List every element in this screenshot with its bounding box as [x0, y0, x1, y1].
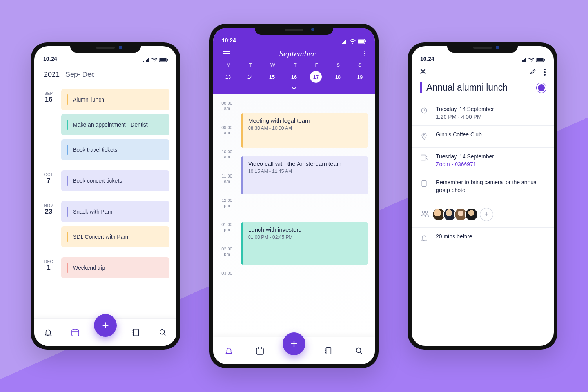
bottom-nav: + [34, 318, 176, 346]
event-hours: 1:20 PM - 4:00 PM [436, 114, 494, 120]
phone-calendar: 10:24 September MTWTFSS 13141516171819 0… [209, 24, 379, 368]
nav-calendar-icon[interactable] [67, 324, 84, 341]
agenda-date: OCT7 [42, 170, 56, 191]
bell-icon [420, 233, 430, 243]
event-date: Tuesday, 14 September [436, 106, 494, 112]
section-video[interactable]: Tuesday, 14 September Zoom - 0366971 [412, 147, 554, 173]
weekday: W [270, 62, 275, 68]
event-location: Ginn's Coffee Club [436, 131, 482, 138]
agenda-group: NOV23Snack with PamSDL Concert with Pam [42, 196, 169, 252]
agenda-date: NOV23 [42, 201, 56, 247]
close-icon[interactable] [419, 68, 426, 76]
agenda-group: DEC1Weekend trip [42, 252, 169, 283]
agenda-header: 2021 Sep- Dec [34, 64, 176, 83]
event-color-dot[interactable] [538, 84, 545, 91]
calendar-day[interactable]: 15 [266, 71, 278, 83]
agenda-group: SEP16Alumni lunchMake an appointment - D… [42, 84, 169, 165]
timeline-event[interactable]: Video call with the Amsterdam team10:15 … [241, 156, 368, 194]
agenda-card[interactable]: Make an appointment - Dentist [61, 114, 169, 135]
phone-event-detail: 10:24 Annual alumni lunch [408, 42, 557, 350]
svg-rect-1 [160, 58, 166, 62]
weekday: T [294, 62, 297, 68]
event-title: Annual alumni lunch [420, 82, 508, 93]
fab-add-button[interactable]: + [94, 314, 117, 337]
svg-point-19 [422, 211, 425, 213]
video-date: Tuesday, 14 September [436, 153, 494, 160]
nav-bell-icon[interactable] [40, 324, 57, 341]
svg-rect-17 [421, 155, 426, 160]
calendar-day[interactable]: 13 [222, 71, 234, 83]
menu-icon[interactable] [220, 49, 233, 59]
agenda-card[interactable]: Book travel tickets [61, 139, 169, 160]
status-time: 10:24 [222, 37, 236, 44]
nav-calendar-icon[interactable] [251, 342, 269, 359]
device-notch [447, 42, 518, 53]
nav-search-icon[interactable] [350, 342, 368, 359]
section-reminder[interactable]: 20 mins before [412, 227, 554, 249]
calendar-day[interactable]: 17 [310, 71, 322, 83]
agenda-card[interactable]: Weekend trip [61, 257, 169, 278]
expand-chevron-icon[interactable] [213, 84, 375, 91]
people-icon [420, 210, 430, 219]
agenda-date: DEC1 [42, 257, 56, 278]
status-time: 10:24 [420, 56, 434, 62]
svg-point-11 [356, 348, 361, 352]
add-attendee-button[interactable]: + [480, 208, 493, 221]
device-notch [70, 42, 141, 53]
section-note[interactable]: Remember to bring camera for the annual … [412, 173, 554, 201]
weekday: M [226, 62, 230, 68]
timeline-event[interactable]: Meeting with legal team08:30 AM - 10:00 … [241, 113, 368, 148]
bottom-nav: + [213, 337, 375, 364]
section-attendees[interactable]: + [412, 201, 554, 227]
event-note: Remember to bring camera for the annual … [436, 179, 545, 194]
agenda-card[interactable]: SDL Concert with Pam [61, 226, 169, 247]
calendar-day[interactable]: 19 [354, 71, 366, 83]
fab-add-button[interactable]: + [283, 332, 305, 355]
weekday-row: MTWTFSS [213, 60, 375, 69]
timeline[interactable]: 08:00am09:00am10:00am11:00am12:00pm01:00… [213, 94, 375, 337]
video-link[interactable]: Zoom - 0366971 [436, 161, 494, 167]
nav-bell-icon[interactable] [220, 342, 238, 359]
video-icon [420, 153, 430, 167]
calendar-title[interactable]: September [279, 49, 316, 59]
more-icon[interactable] [362, 48, 368, 59]
svg-rect-2 [167, 59, 168, 61]
time-slot: 03:00 [213, 270, 375, 294]
calendar-day[interactable]: 14 [244, 71, 256, 83]
edit-icon[interactable] [529, 67, 537, 77]
svg-rect-9 [256, 348, 263, 354]
status-icons [520, 58, 545, 62]
svg-point-20 [425, 211, 428, 213]
event-reminder: 20 mins before [436, 233, 472, 240]
svg-rect-7 [358, 40, 365, 43]
svg-rect-4 [133, 329, 138, 336]
nav-notebook-icon[interactable] [319, 342, 337, 359]
agenda-card[interactable]: Alumni lunch [61, 89, 169, 110]
svg-rect-10 [326, 347, 331, 354]
weekday: S [358, 62, 362, 68]
svg-rect-3 [72, 330, 79, 336]
timeline-event[interactable]: Lunch with investors01:00 PM - 02:45 PM [241, 222, 368, 265]
weekday: S [336, 62, 340, 68]
svg-rect-18 [422, 181, 426, 187]
weekday: F [315, 62, 318, 68]
status-time: 10:24 [43, 56, 57, 62]
calendar-day[interactable]: 16 [288, 71, 300, 83]
time-slot: 12:00pm [213, 197, 375, 221]
status-icons [341, 39, 366, 44]
nav-notebook-icon[interactable] [127, 324, 144, 341]
section-location[interactable]: Ginn's Coffee Club [412, 125, 554, 147]
agenda-card[interactable]: Book concert tickets [61, 170, 169, 191]
agenda-list[interactable]: SEP16Alumni lunchMake an appointment - D… [34, 83, 176, 318]
nav-search-icon[interactable] [154, 324, 171, 341]
date-row: 13141516171819 [213, 69, 375, 84]
agenda-card[interactable]: Snack with Pam [61, 201, 169, 222]
svg-rect-8 [365, 40, 366, 42]
calendar-day[interactable]: 18 [332, 71, 344, 83]
avatar[interactable] [465, 208, 478, 221]
agenda-year: 2021 [44, 71, 60, 78]
section-time[interactable]: Tuesday, 14 September 1:20 PM - 4:00 PM [412, 100, 554, 125]
device-notch [255, 24, 333, 35]
more-icon[interactable] [544, 69, 546, 76]
note-icon [420, 179, 430, 196]
